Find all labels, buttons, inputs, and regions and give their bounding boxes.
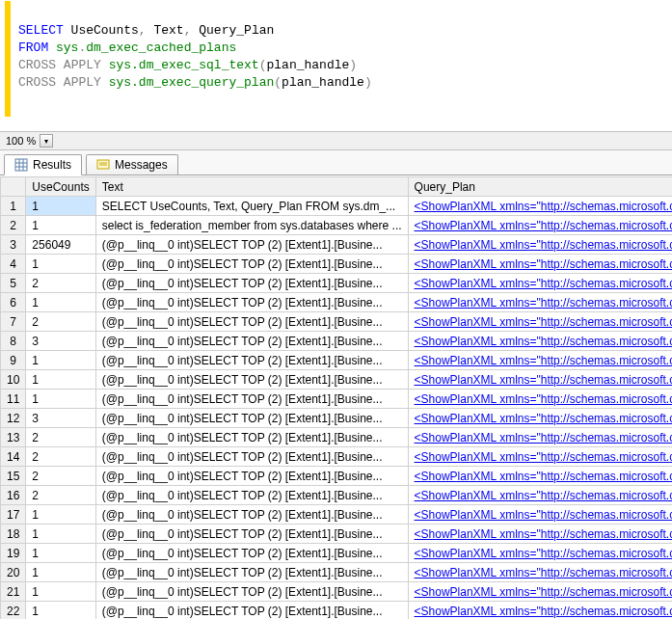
cell-queryplan[interactable]: <ShowPlanXML xmlns="http://schemas.micro…: [408, 525, 672, 544]
table-row[interactable]: 41(@p__linq__0 int)SELECT TOP (2) [Exten…: [1, 255, 673, 274]
row-number[interactable]: 11: [1, 390, 26, 409]
cell-usecounts[interactable]: 1: [26, 255, 95, 274]
row-number[interactable]: 13: [1, 428, 26, 447]
cell-usecounts[interactable]: 1: [26, 563, 95, 582]
cell-usecounts[interactable]: 256049: [26, 235, 95, 255]
table-row[interactable]: 11SELECT UseCounts, Text, Query_Plan FRO…: [1, 197, 673, 216]
cell-queryplan[interactable]: <ShowPlanXML xmlns="http://schemas.micro…: [408, 351, 672, 370]
row-number[interactable]: 21: [1, 582, 26, 602]
showplan-xml-link[interactable]: <ShowPlanXML xmlns="http://schemas.micro…: [415, 277, 672, 290]
cell-usecounts[interactable]: 1: [26, 602, 95, 620]
cell-usecounts[interactable]: 1: [26, 197, 95, 216]
showplan-xml-link[interactable]: <ShowPlanXML xmlns="http://schemas.micro…: [415, 354, 672, 367]
table-row[interactable]: 132(@p__linq__0 int)SELECT TOP (2) [Exte…: [1, 428, 673, 447]
row-number[interactable]: 2: [1, 216, 26, 235]
table-row[interactable]: 201(@p__linq__0 int)SELECT TOP (2) [Exte…: [1, 563, 673, 582]
row-number[interactable]: 14: [1, 447, 26, 467]
table-row[interactable]: 91(@p__linq__0 int)SELECT TOP (2) [Exten…: [1, 351, 673, 370]
showplan-xml-link[interactable]: <ShowPlanXML xmlns="http://schemas.micro…: [415, 392, 672, 406]
row-number[interactable]: 9: [1, 351, 26, 370]
cell-text[interactable]: (@p__linq__0 int)SELECT TOP (2) [Extent1…: [95, 447, 408, 467]
cell-queryplan[interactable]: <ShowPlanXML xmlns="http://schemas.micro…: [408, 582, 672, 602]
cell-queryplan[interactable]: <ShowPlanXML xmlns="http://schemas.micro…: [408, 563, 672, 582]
editor-content[interactable]: SELECT UseCounts, Text, Query_Plan FROM …: [11, 1, 378, 117]
showplan-xml-link[interactable]: <ShowPlanXML xmlns="http://schemas.micro…: [415, 431, 672, 444]
cell-text[interactable]: (@p__linq__0 int)SELECT TOP (2) [Extent1…: [95, 370, 408, 390]
cell-queryplan[interactable]: <ShowPlanXML xmlns="http://schemas.micro…: [408, 312, 672, 332]
row-number[interactable]: 22: [1, 602, 26, 620]
showplan-xml-link[interactable]: <ShowPlanXML xmlns="http://schemas.micro…: [415, 527, 672, 541]
showplan-xml-link[interactable]: <ShowPlanXML xmlns="http://schemas.micro…: [415, 315, 672, 329]
cell-queryplan[interactable]: <ShowPlanXML xmlns="http://schemas.micro…: [408, 235, 672, 255]
table-row[interactable]: 211(@p__linq__0 int)SELECT TOP (2) [Exte…: [1, 582, 673, 602]
cell-queryplan[interactable]: <ShowPlanXML xmlns="http://schemas.micro…: [408, 428, 672, 447]
cell-usecounts[interactable]: 1: [26, 544, 95, 563]
showplan-xml-link[interactable]: <ShowPlanXML xmlns="http://schemas.micro…: [415, 508, 672, 522]
table-row[interactable]: 162(@p__linq__0 int)SELECT TOP (2) [Exte…: [1, 486, 673, 505]
cell-text[interactable]: (@p__linq__0 int)SELECT TOP (2) [Extent1…: [95, 409, 408, 428]
cell-text[interactable]: (@p__linq__0 int)SELECT TOP (2) [Extent1…: [95, 582, 408, 602]
row-number[interactable]: 7: [1, 312, 26, 332]
table-row[interactable]: 61(@p__linq__0 int)SELECT TOP (2) [Exten…: [1, 293, 673, 312]
table-row[interactable]: 3256049(@p__linq__0 int)SELECT TOP (2) […: [1, 235, 673, 255]
cell-text[interactable]: (@p__linq__0 int)SELECT TOP (2) [Extent1…: [95, 293, 408, 312]
row-number[interactable]: 6: [1, 293, 26, 312]
cell-text[interactable]: (@p__linq__0 int)SELECT TOP (2) [Extent1…: [95, 255, 408, 274]
zoom-dropdown[interactable]: ▾: [40, 134, 53, 148]
cell-text[interactable]: (@p__linq__0 int)SELECT TOP (2) [Extent1…: [95, 312, 408, 332]
cell-text[interactable]: (@p__linq__0 int)SELECT TOP (2) [Extent1…: [95, 467, 408, 486]
cell-usecounts[interactable]: 2: [26, 274, 95, 293]
row-number[interactable]: 12: [1, 409, 26, 428]
row-number[interactable]: 16: [1, 486, 26, 505]
showplan-xml-link[interactable]: <ShowPlanXML xmlns="http://schemas.micro…: [415, 200, 672, 213]
row-number[interactable]: 19: [1, 544, 26, 563]
cell-usecounts[interactable]: 1: [26, 351, 95, 370]
col-text[interactable]: Text: [95, 177, 408, 197]
cell-queryplan[interactable]: <ShowPlanXML xmlns="http://schemas.micro…: [408, 370, 672, 390]
row-number[interactable]: 10: [1, 370, 26, 390]
tab-results[interactable]: Results: [4, 154, 82, 175]
row-number[interactable]: 18: [1, 525, 26, 544]
cell-text[interactable]: (@p__linq__0 int)SELECT TOP (2) [Extent1…: [95, 602, 408, 620]
table-row[interactable]: 142(@p__linq__0 int)SELECT TOP (2) [Exte…: [1, 447, 673, 467]
cell-text[interactable]: (@p__linq__0 int)SELECT TOP (2) [Extent1…: [95, 563, 408, 582]
tab-messages[interactable]: Messages: [86, 154, 178, 175]
cell-queryplan[interactable]: <ShowPlanXML xmlns="http://schemas.micro…: [408, 216, 672, 235]
cell-usecounts[interactable]: 2: [26, 467, 95, 486]
row-number[interactable]: 20: [1, 563, 26, 582]
cell-text[interactable]: (@p__linq__0 int)SELECT TOP (2) [Extent1…: [95, 390, 408, 409]
row-number[interactable]: 15: [1, 467, 26, 486]
row-number[interactable]: 4: [1, 255, 26, 274]
cell-queryplan[interactable]: <ShowPlanXML xmlns="http://schemas.micro…: [408, 255, 672, 274]
showplan-xml-link[interactable]: <ShowPlanXML xmlns="http://schemas.micro…: [415, 585, 672, 599]
cell-queryplan[interactable]: <ShowPlanXML xmlns="http://schemas.micro…: [408, 332, 672, 351]
cell-usecounts[interactable]: 2: [26, 486, 95, 505]
showplan-xml-link[interactable]: <ShowPlanXML xmlns="http://schemas.micro…: [415, 547, 672, 560]
showplan-xml-link[interactable]: <ShowPlanXML xmlns="http://schemas.micro…: [415, 566, 672, 579]
table-row[interactable]: 221(@p__linq__0 int)SELECT TOP (2) [Exte…: [1, 602, 673, 620]
cell-queryplan[interactable]: <ShowPlanXML xmlns="http://schemas.micro…: [408, 544, 672, 563]
showplan-xml-link[interactable]: <ShowPlanXML xmlns="http://schemas.micro…: [415, 605, 672, 618]
results-grid[interactable]: UseCounts Text Query_Plan 11SELECT UseCo…: [0, 176, 672, 619]
cell-text[interactable]: SELECT UseCounts, Text, Query_Plan FROM …: [95, 197, 408, 216]
col-rownum[interactable]: [1, 177, 26, 197]
cell-usecounts[interactable]: 3: [26, 332, 95, 351]
showplan-xml-link[interactable]: <ShowPlanXML xmlns="http://schemas.micro…: [415, 373, 672, 387]
row-number[interactable]: 3: [1, 235, 26, 255]
cell-usecounts[interactable]: 2: [26, 312, 95, 332]
cell-queryplan[interactable]: <ShowPlanXML xmlns="http://schemas.micro…: [408, 486, 672, 505]
showplan-xml-link[interactable]: <ShowPlanXML xmlns="http://schemas.micro…: [415, 296, 672, 310]
cell-text[interactable]: (@p__linq__0 int)SELECT TOP (2) [Extent1…: [95, 351, 408, 370]
cell-text[interactable]: (@p__linq__0 int)SELECT TOP (2) [Extent1…: [95, 274, 408, 293]
showplan-xml-link[interactable]: <ShowPlanXML xmlns="http://schemas.micro…: [415, 335, 672, 348]
cell-usecounts[interactable]: 1: [26, 525, 95, 544]
cell-text[interactable]: (@p__linq__0 int)SELECT TOP (2) [Extent1…: [95, 544, 408, 563]
cell-queryplan[interactable]: <ShowPlanXML xmlns="http://schemas.micro…: [408, 390, 672, 409]
showplan-xml-link[interactable]: <ShowPlanXML xmlns="http://schemas.micro…: [415, 450, 672, 464]
cell-usecounts[interactable]: 1: [26, 390, 95, 409]
cell-text[interactable]: (@p__linq__0 int)SELECT TOP (2) [Extent1…: [95, 332, 408, 351]
showplan-xml-link[interactable]: <ShowPlanXML xmlns="http://schemas.micro…: [415, 412, 672, 425]
col-queryplan[interactable]: Query_Plan: [408, 177, 672, 197]
table-row[interactable]: 111(@p__linq__0 int)SELECT TOP (2) [Exte…: [1, 390, 673, 409]
table-row[interactable]: 101(@p__linq__0 int)SELECT TOP (2) [Exte…: [1, 370, 673, 390]
